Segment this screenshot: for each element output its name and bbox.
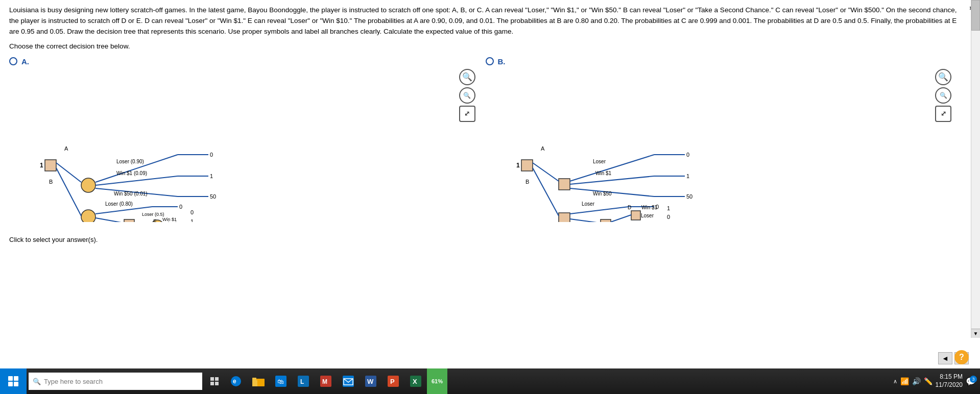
excel-btn[interactable]: X (404, 368, 427, 394)
nav-back-btn[interactable]: ◄ (938, 352, 952, 364)
svg-text:🛍: 🛍 (277, 378, 284, 385)
click-to-select-label: Click to select your answer(s). (9, 236, 962, 243)
svg-text:Loser: Loser (641, 213, 654, 218)
lynda-btn[interactable]: L (292, 368, 315, 394)
mail-btn[interactable] (337, 368, 360, 394)
network-icon[interactable]: 📶 (900, 377, 909, 385)
node-b-circle (81, 210, 95, 222)
svg-text:M: M (322, 378, 327, 385)
node-1-square (45, 160, 56, 171)
zoom-out-btn-a[interactable]: 🔍 (459, 87, 475, 104)
notification-btn[interactable]: 💬 3 (966, 377, 976, 386)
svg-text:Win $1 (0.09): Win $1 (0.09) (116, 170, 147, 176)
svg-text:1: 1 (210, 173, 213, 179)
svg-text:Win $1: Win $1 (641, 205, 658, 210)
tree-a-svg: 1 B A Loser (0.90) 0 (9, 69, 254, 222)
options-row: A. 1 B A (9, 57, 962, 231)
svg-text:Loser: Loser (582, 201, 595, 207)
svg-text:D: D (628, 205, 631, 210)
svg-rect-54 (559, 213, 570, 222)
system-tray: ∧ 📶 🔊 ✏️ 8:15 PM 11/7/2020 💬 3 (893, 373, 980, 389)
zoom-controls-b: 🔍 🔍 ⤢ (935, 69, 951, 122)
zoom-in-btn-a[interactable]: 🔍 (459, 69, 475, 85)
volume-icon[interactable]: 🔊 (912, 377, 921, 385)
zoom-out-btn-b[interactable]: 🔍 (935, 87, 951, 104)
svg-text:B: B (49, 179, 53, 185)
svg-line-8 (95, 176, 178, 185)
pen-icon[interactable]: ✏️ (924, 377, 933, 385)
excel-icon: X (410, 376, 421, 387)
svg-rect-76 (210, 382, 214, 385)
date-display: 11/7/2020 (936, 381, 963, 389)
svg-rect-40 (559, 179, 570, 190)
word-btn[interactable]: W (360, 368, 382, 394)
svg-line-16 (56, 168, 81, 216)
svg-text:Loser (0.5): Loser (0.5) (142, 212, 164, 217)
main-content: Louisiana is busy designing new lottery … (0, 0, 971, 338)
option-a: A. 1 B A (9, 57, 486, 231)
option-a-label[interactable]: A. (9, 57, 486, 66)
word-icon: W (365, 376, 376, 387)
svg-text:e: e (233, 378, 236, 385)
scrollbar[interactable]: ▼ (971, 0, 980, 338)
svg-text:0: 0 (210, 152, 213, 158)
help-button[interactable]: ? (954, 350, 969, 364)
choose-label: Choose the correct decision tree below. (9, 42, 962, 50)
svg-text:50: 50 (686, 193, 692, 200)
expand-btn-b[interactable]: ⤢ (935, 106, 951, 122)
svg-rect-74 (210, 377, 214, 381)
svg-line-3 (56, 163, 81, 182)
mail-icon (343, 376, 354, 387)
scrollbar-thumb[interactable] (971, 0, 980, 31)
radio-b[interactable] (486, 57, 494, 65)
clock[interactable]: 8:15 PM 11/7/2020 (936, 373, 963, 389)
notification-count: 3 (970, 376, 977, 383)
svg-text:A: A (64, 145, 68, 152)
chevron-icon[interactable]: ∧ (893, 378, 897, 385)
svg-line-56 (570, 207, 629, 214)
lynda-icon: L (298, 376, 309, 387)
start-button[interactable] (0, 368, 27, 394)
search-input[interactable] (44, 378, 198, 385)
mcafee-icon: M (320, 376, 331, 387)
task-view-icon (209, 376, 220, 386)
tree-a-container: 1 B A Loser (0.90) 0 (9, 69, 486, 222)
svg-rect-36 (521, 160, 533, 171)
task-view-btn[interactable] (204, 368, 225, 394)
store-btn[interactable]: 🛍 (270, 368, 292, 394)
search-bar[interactable]: 🔍 (29, 373, 202, 390)
svg-rect-82 (252, 378, 256, 380)
svg-text:B: B (525, 179, 529, 185)
powerpoint-icon: P (388, 376, 399, 387)
svg-text:Win $1: Win $1 (595, 170, 612, 176)
battery-btn[interactable]: 61% (427, 368, 447, 394)
svg-text:(0.5): (0.5) (168, 221, 177, 222)
edge-icon-btn[interactable]: e (225, 368, 247, 394)
radio-a[interactable] (9, 57, 17, 65)
mcafee-btn[interactable]: M (315, 368, 337, 394)
scroll-down-btn[interactable]: ▼ (971, 329, 980, 338)
svg-text:0: 0 (667, 214, 670, 220)
svg-text:Win $50 (0.01): Win $50 (0.01) (114, 191, 148, 196)
svg-text:Loser (0.80): Loser (0.80) (105, 201, 133, 207)
windows-icon (8, 376, 18, 386)
tree-b-container: 1 A B Loser 0 Win $1 (486, 69, 962, 222)
svg-text:0: 0 (179, 204, 182, 210)
node-2-square (124, 219, 134, 222)
svg-text:1: 1 (190, 218, 194, 222)
svg-text:1: 1 (516, 162, 520, 169)
svg-rect-81 (252, 380, 257, 386)
svg-text:A: A (541, 145, 545, 152)
expand-btn-a[interactable]: ⤢ (459, 106, 475, 122)
svg-line-41 (533, 163, 559, 181)
zoom-in-btn-b[interactable]: 🔍 (935, 69, 951, 85)
svg-text:X: X (413, 378, 417, 385)
svg-text:Loser: Loser (593, 159, 606, 164)
svg-text:0: 0 (190, 209, 194, 215)
svg-text:Loser (0.90): Loser (0.90) (116, 159, 144, 164)
powerpoint-btn[interactable]: P (382, 368, 404, 394)
option-b-label[interactable]: B. (486, 57, 962, 66)
tree-b-svg: 1 A B Loser 0 Win $1 (486, 69, 731, 222)
file-explorer-btn[interactable] (247, 368, 270, 394)
svg-text:W: W (367, 378, 374, 385)
